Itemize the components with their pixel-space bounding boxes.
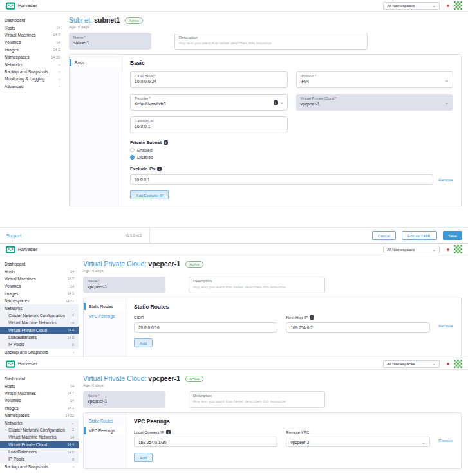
count-badge: 1 — [70, 313, 74, 317]
sidebar-item-cluster-network-configuration[interactable]: Cluster Network Configuration1 — [0, 426, 79, 434]
harvester-logo-icon — [6, 360, 15, 368]
sidebar-item-advanced[interactable]: Advanced› — [0, 83, 64, 90]
sidebar-item-virtual-machines[interactable]: Virtual Machines14 7 — [0, 32, 64, 39]
harvester-logo-icon — [6, 246, 15, 253]
sidebar-nav: Dashboard Hosts14 Virtual Machines14 7 V… — [0, 370, 79, 476]
notification-dot — [447, 363, 449, 365]
sidebar-item-virtual-machines[interactable]: Virtual Machines14 7 — [0, 275, 79, 282]
sidebar-item-volumes[interactable]: Volumes14 — [0, 397, 79, 404]
gateway-ip-field[interactable]: Gateway IP 10.0.0.1 — [130, 116, 288, 133]
tab-vpc-peerings[interactable]: VPC Peerings — [84, 426, 126, 435]
radio-off-icon — [130, 148, 135, 152]
edit-as-yaml-button[interactable]: Edit as YAML — [402, 231, 437, 240]
sidebar-item-networks[interactable]: Networks› — [0, 60, 64, 68]
description-field[interactable]: Description Any text you want that bette… — [174, 33, 368, 50]
vpc-peerings-screen: Harvester All Namespaces ⌄ Dashboard Hos… — [0, 358, 468, 476]
count-badge: 14 — [68, 399, 74, 403]
description-field[interactable]: Description Any text you want that bette… — [189, 277, 325, 293]
count-badge: 14 22 — [49, 55, 61, 59]
private-subnet-disabled-radio[interactable]: Disabled — [130, 155, 453, 160]
sidebar-item-namespaces[interactable]: Namespaces14 22 — [0, 297, 79, 304]
sidebar-item-images[interactable]: Images14 1 — [0, 46, 64, 53]
description-field[interactable]: Description Any text you want that bette… — [189, 391, 325, 408]
sidebar-item-images[interactable]: Images14 1 — [0, 405, 79, 412]
sidebar-item-backup-snapshots[interactable]: Backup and Snapshots› — [0, 349, 79, 356]
sidebar-item-hosts[interactable]: Hosts14 — [0, 24, 64, 31]
sidebar-item-dashboard[interactable]: Dashboard — [0, 17, 64, 24]
cancel-button[interactable]: Cancel — [372, 231, 396, 240]
remote-vpc-select[interactable]: vpcpeer-2 ⌄ — [286, 437, 429, 447]
sidebar-item-volumes[interactable]: Volumes14 — [0, 282, 79, 289]
count-badge: 14 1 — [65, 406, 75, 410]
sidebar-item-backup-snapshots[interactable]: Backup and Snapshots› — [0, 463, 79, 470]
namespace-filter-select[interactable]: All Namespaces ⌄ — [383, 360, 440, 368]
remove-route-link[interactable]: Remove — [438, 324, 453, 328]
sidebar-item-namespaces[interactable]: Namespaces14 22 — [0, 412, 79, 419]
sidebar-item-loadbalancers[interactable]: LoadBalancers14 0 — [0, 448, 79, 455]
section-title: VPC Peerings — [134, 418, 453, 425]
add-route-button[interactable]: Add — [134, 338, 153, 347]
local-connect-ip-input[interactable]: 169.254.0.1/30 — [134, 437, 277, 447]
sidebar-item-monitoring-logging[interactable]: Monitoring & Logging› — [0, 75, 64, 82]
user-avatar[interactable] — [454, 245, 462, 253]
count-badge: 14 7 — [65, 277, 75, 280]
remove-peering-link[interactable]: Remove — [438, 438, 453, 443]
sidebar-item-virtual-machine-networks[interactable]: Virtual Machine Networks14 — [0, 434, 79, 441]
sidebar-item-hosts[interactable]: Hosts14 — [0, 268, 79, 275]
chevron-right-icon: › — [56, 84, 60, 88]
sidebar-item-ip-pools[interactable]: IP Pools0 — [0, 341, 79, 348]
sidebar-item-dashboard[interactable]: Dashboard — [0, 375, 79, 382]
exclude-ip-input[interactable]: 10.0.0.1 — [130, 174, 433, 185]
info-icon[interactable]: i — [164, 140, 168, 145]
count-badge: 14 — [68, 321, 74, 325]
namespace-filter-select[interactable]: All Namespaces ⌄ — [383, 246, 440, 253]
next-hop-ip-input[interactable]: 169.254.0.2 — [286, 322, 429, 333]
user-avatar[interactable] — [454, 360, 462, 368]
sidebar-item-volumes[interactable]: Volumes14 — [0, 39, 64, 46]
sidebar-item-networks[interactable]: Networks⌄ — [0, 419, 79, 426]
user-avatar[interactable] — [454, 1, 462, 10]
protocol-select[interactable]: Protocol* IPv4 ⌄ — [296, 71, 454, 88]
private-subnet-enabled-radio[interactable]: Enabled — [130, 148, 453, 152]
private-subnet-label: Private Subnet i — [130, 140, 453, 145]
count-badge: 14 — [53, 41, 60, 44]
sidebar-item-virtual-machines[interactable]: Virtual Machines14 7 — [0, 390, 79, 397]
sidebar-item-networks[interactable]: Networks⌄ — [0, 304, 79, 311]
add-peering-button[interactable]: Add — [134, 453, 153, 462]
sidebar-item-ip-pools[interactable]: IP Pools0 — [0, 455, 79, 462]
save-button[interactable]: Save — [443, 231, 462, 240]
tab-static-routes[interactable]: Static Routes — [84, 302, 126, 311]
sidebar-item-namespaces[interactable]: Namespaces14 22 — [0, 53, 64, 60]
app-header: Harvester All Namespaces ⌄ — [0, 244, 468, 255]
radio-on-icon — [130, 155, 135, 160]
count-badge: 14 0 — [65, 450, 75, 454]
info-icon[interactable]: i — [157, 167, 162, 171]
sidebar-item-virtual-private-cloud[interactable]: Virtual Private Cloud14 4 — [0, 327, 79, 334]
info-icon[interactable]: i — [274, 100, 278, 105]
info-icon[interactable]: i — [166, 430, 171, 434]
chevron-down-icon: ⌄ — [432, 362, 436, 366]
info-icon[interactable]: i — [310, 315, 314, 320]
app-header: Harvester All Namespaces ⌄ — [0, 358, 468, 370]
tab-static-routes[interactable]: Static Routes — [84, 416, 126, 426]
sidebar-item-backup-snapshots[interactable]: Backup and Snapshots› — [0, 68, 64, 75]
count-badge: 14 22 — [63, 299, 75, 303]
tab-vpc-peerings[interactable]: VPC Peerings — [84, 311, 126, 321]
support-link[interactable]: Support — [6, 233, 21, 238]
sidebar-item-images[interactable]: Images14 1 — [0, 290, 79, 297]
count-badge: 1 — [70, 428, 74, 432]
cidr-block-field[interactable]: CIDR Block* 10.0.0.0/24 — [130, 71, 288, 88]
provider-select[interactable]: Provider* default/vswitch3 i⌄ — [130, 94, 288, 111]
sidebar-item-hosts[interactable]: Hosts14 — [0, 382, 79, 389]
count-badge: 0 — [70, 343, 74, 347]
remove-exclude-ip-link[interactable]: Remove — [438, 178, 453, 182]
tab-basic[interactable]: Basic — [70, 58, 122, 68]
sidebar-item-dashboard[interactable]: Dashboard — [0, 261, 79, 268]
sidebar-item-loadbalancers[interactable]: LoadBalancers14 0 — [0, 334, 79, 341]
add-exclude-ip-button[interactable]: Add Exclude IP — [130, 190, 169, 199]
sidebar-item-cluster-network-configuration[interactable]: Cluster Network Configuration1 — [0, 312, 79, 319]
sidebar-item-virtual-machine-networks[interactable]: Virtual Machine Networks14 — [0, 319, 79, 326]
namespace-filter-select[interactable]: All Namespaces ⌄ — [383, 2, 440, 10]
sidebar-item-virtual-private-cloud[interactable]: Virtual Private Cloud14 4 — [0, 441, 79, 448]
cidr-input[interactable]: 20.0.0.0/16 — [134, 322, 277, 333]
